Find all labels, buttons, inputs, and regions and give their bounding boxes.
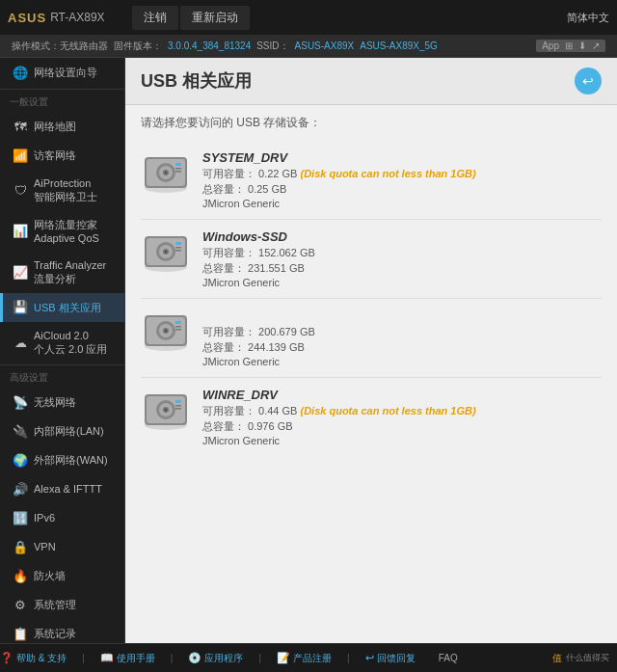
aicloud-icon: ☁	[13, 335, 28, 350]
wan-icon: 🌍	[13, 452, 28, 468]
footer-link-apps[interactable]: 💿 应用程序	[188, 652, 243, 665]
lang-selector[interactable]: 简体中文	[567, 11, 609, 25]
qos-icon: 📊	[13, 224, 28, 239]
sidebar-item-vpn[interactable]: 🔒 VPN	[0, 532, 124, 561]
sidebar-item-syslog[interactable]: 📋 系统记录	[0, 619, 124, 643]
footer-link-register[interactable]: 📝 产品注册	[277, 652, 332, 665]
sidebar-item-wireless[interactable]: 📡 无线网络	[0, 388, 124, 417]
sidebar-label-quick-setup: 网络设置向导	[34, 66, 97, 79]
sidebar-item-qos[interactable]: 📊 网络流量控家 Adaptive QoS	[0, 211, 124, 253]
drive-info-windows: Windows-SSD 可用容量： 152.062 GB 总容量： 231.55…	[202, 229, 602, 288]
firmware-version[interactable]: 3.0.0.4_384_81324	[168, 40, 251, 51]
sidebar-item-guest-network[interactable]: 📶 访客网络	[0, 141, 124, 170]
drive-name-system: SYSTEM_DRV	[202, 150, 602, 165]
drive-total-system: 总容量： 0.25 GB	[202, 182, 602, 197]
drive-total-winre: 总容量： 0.976 GB	[202, 419, 602, 434]
svg-rect-27	[175, 321, 181, 324]
drive-warn-system: (Disk quota can not less than 1GB)	[300, 168, 475, 179]
footer-link-feedback[interactable]: ↩ 回馈回复	[365, 652, 416, 665]
svg-rect-19	[175, 250, 181, 252]
drive-vendor-unnamed: JMicron Generic	[202, 356, 602, 367]
drive-item-windows-ssd[interactable]: Windows-SSD 可用容量： 152.062 GB 总容量： 231.55…	[141, 220, 602, 299]
top-header: ASUS RT-AX89X 注销 重新启动 简体中文	[0, 0, 617, 35]
main-layout: 🌐 网络设置向导 一般设置 🗺 网络地图 📶 访客网络 🛡 AiProtecti…	[0, 58, 617, 643]
svg-rect-8	[175, 168, 181, 170]
syslog-icon: 📋	[13, 626, 28, 641]
network-map-icon: 🗺	[13, 119, 28, 134]
svg-rect-37	[175, 400, 181, 403]
drive-info-unnamed: 可用容量： 200.679 GB 总容量： 244.139 GB JMicron…	[202, 309, 602, 367]
manual-icon: 📖	[100, 652, 114, 664]
lan-icon: 🔌	[13, 423, 28, 439]
drive-vendor-windows: JMicron Generic	[202, 277, 602, 288]
nav-reboot[interactable]: 重新启动	[180, 6, 250, 30]
ssid-label: SSID：	[256, 40, 288, 53]
page-title: USB 相关应用	[141, 69, 252, 93]
instruction-text: 请选择您要访问的 USB 存储设备：	[141, 115, 602, 131]
network-setup-icon: 🌐	[13, 65, 28, 80]
sidebar-label-admin: 系统管理	[34, 598, 76, 611]
download-icon: ⬇	[578, 40, 586, 51]
footer-link-help[interactable]: ❓ 帮助 & 支持	[0, 652, 67, 665]
feedback-icon: ↩	[365, 652, 374, 664]
drive-available-winre: 可用容量： 0.44 GB (Disk quota can not less t…	[202, 404, 602, 418]
mode-label: 操作模式：无线路由器	[12, 40, 108, 53]
sidebar-item-aicloud[interactable]: ☁ AiCloud 2.0个人云 2.0 应用	[0, 322, 124, 363]
drive-item-system-drv[interactable]: SYSTEM_DRV 可用容量： 0.22 GB (Disk quota can…	[141, 141, 602, 220]
traffic-icon: 📈	[13, 264, 28, 280]
sidebar-label-ipv6: IPv6	[34, 511, 55, 524]
svg-point-36	[165, 409, 168, 412]
sidebar-item-traffic-analyzer[interactable]: 📈 Traffic Analyzer流量分析	[0, 252, 124, 293]
drive-available-unnamed: 可用容量： 200.679 GB	[202, 325, 602, 339]
footer-link-manual[interactable]: 📖 使用手册	[100, 652, 155, 665]
svg-rect-38	[175, 405, 181, 407]
drive-item-winre[interactable]: WINRE_DRV 可用容量： 0.44 GB (Disk quota can …	[141, 378, 602, 456]
svg-rect-17	[175, 242, 181, 245]
wireless-icon: 📡	[13, 394, 28, 410]
drive-info-system: SYSTEM_DRV 可用容量： 0.22 GB (Disk quota can…	[202, 150, 602, 209]
sidebar-item-quick-setup[interactable]: 🌐 网络设置向导	[0, 58, 124, 87]
sidebar-label-syslog: 系统记录	[34, 627, 76, 640]
ssid1[interactable]: ASUS-AX89X	[295, 40, 355, 51]
drive-item-unnamed[interactable]: 可用容量： 200.679 GB 总容量： 244.139 GB JMicron…	[141, 299, 602, 378]
svg-rect-28	[175, 326, 181, 328]
sidebar-item-admin[interactable]: ⚙ 系统管理	[0, 590, 124, 619]
drive-name-winre: WINRE_DRV	[202, 388, 602, 402]
header-nav: 注销 重新启动	[132, 6, 250, 30]
usb-icon: 💾	[13, 300, 28, 315]
drive-name-windows: Windows-SSD	[202, 229, 602, 244]
svg-rect-39	[175, 408, 181, 410]
sidebar-item-lan[interactable]: 🔌 内部网络(LAN)	[0, 417, 124, 445]
svg-point-16	[165, 251, 168, 254]
sidebar-item-aiprotection[interactable]: 🛡 AiProtection智能网络卫士	[0, 170, 124, 211]
sidebar-item-network-map[interactable]: 🗺 网络地图	[0, 112, 124, 141]
firewall-icon: 🔥	[13, 568, 28, 583]
nav-logout[interactable]: 注销	[132, 6, 178, 30]
sidebar-label-wireless: 无线网络	[34, 395, 76, 409]
aiprotection-icon: 🛡	[13, 182, 28, 198]
sidebar-label-qos: 网络流量控家 Adaptive QoS	[34, 218, 115, 246]
qr-icon: ⊞	[565, 40, 573, 51]
sidebar-item-ipv6[interactable]: 🔢 IPv6	[0, 503, 124, 532]
drive-vendor-winre: JMicron Generic	[202, 435, 602, 446]
sidebar-section-general: 一般设置	[0, 89, 124, 112]
status-bar: 操作模式：无线路由器 固件版本： 3.0.0.4_384_81324 SSID：…	[0, 35, 617, 58]
sidebar-item-wan[interactable]: 🌍 外部网络(WAN)	[0, 445, 124, 474]
svg-rect-18	[175, 247, 181, 249]
svg-point-6	[165, 172, 168, 175]
sidebar-item-alexa[interactable]: 🔊 Alexa & IFTTT	[0, 474, 124, 503]
sidebar-item-firewall[interactable]: 🔥 防火墙	[0, 561, 124, 590]
sidebar-label-network-map: 网络地图	[34, 120, 76, 133]
sidebar-label-alexa: Alexa & IFTTT	[34, 482, 102, 496]
content-header: USB 相关应用 ↩	[125, 58, 617, 105]
drive-total-unnamed: 总容量： 244.139 GB	[202, 340, 602, 355]
footer-faq[interactable]: FAQ	[439, 653, 458, 663]
sidebar-label-lan: 内部网络(LAN)	[34, 424, 104, 438]
sidebar-label-guest-network: 访客网络	[34, 148, 76, 162]
ssid2[interactable]: ASUS-AX89X_5G	[360, 40, 438, 51]
apps-icon: 💿	[188, 652, 201, 664]
back-button[interactable]: ↩	[575, 67, 602, 94]
header-right: 简体中文	[567, 11, 609, 25]
sidebar-item-usb-apps[interactable]: 💾 USB 相关应用	[0, 293, 124, 322]
app-badge: App ⊞ ⬇ ↗	[536, 40, 605, 52]
